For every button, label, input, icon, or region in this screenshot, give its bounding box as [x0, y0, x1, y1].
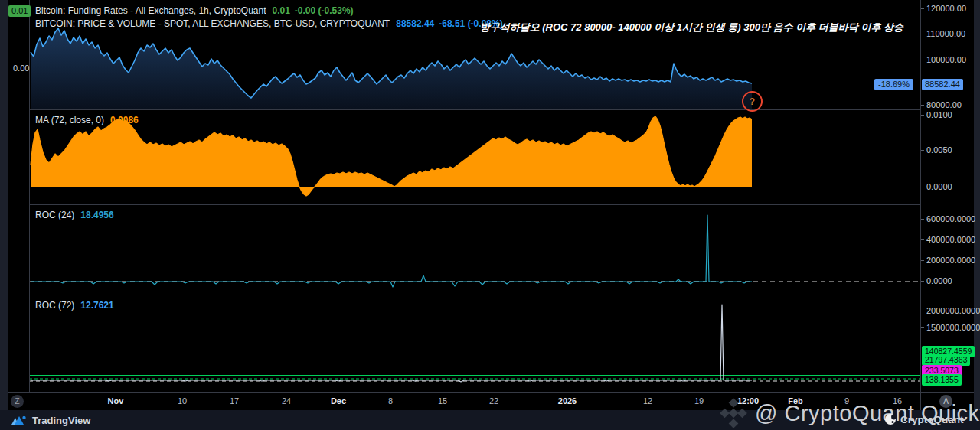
scroll-left-button[interactable]: Z: [11, 395, 24, 408]
roc24-pane-canvas[interactable]: [29, 204, 920, 295]
axis-tick-mark: [921, 115, 924, 116]
legend-funding-value: 0.01: [273, 5, 290, 16]
level-value-badge: 138.1355: [922, 374, 962, 386]
axis-tick-mark: [921, 327, 924, 328]
legend-ma-title: MA (72, close, 0): [35, 115, 104, 125]
price-area-fill: [31, 28, 752, 109]
axis-tick-label: 0.0050: [926, 145, 952, 155]
bottom-bar: TradingView: [0, 410, 980, 430]
axis-tick-label: 80000.00: [926, 100, 962, 109]
time-axis-label: 24: [282, 396, 291, 406]
plot-left-border: [29, 0, 30, 392]
legend-funding-change: -0.00 (-0.53%): [295, 5, 354, 16]
last-price-badge: 88582.44: [922, 79, 963, 90]
left-price-scale[interactable]: 0.01 0.00: [8, 0, 29, 392]
time-axis-label: 16: [893, 396, 902, 406]
time-axis-label: 8: [388, 396, 393, 406]
axis-tick-mark: [921, 187, 924, 187]
time-axis[interactable]: Z Nov101724Dec815222026121912:00Feb916: [8, 392, 920, 410]
legend-roc72-title: ROC (72): [35, 300, 74, 311]
legend-funding-rates[interactable]: Bitcoin: Funding Rates - All Exchanges, …: [35, 5, 354, 16]
legend-price-value: 88582.44: [396, 18, 434, 29]
axis-tick-mark: [921, 311, 924, 311]
axis-tick-mark: [921, 260, 924, 261]
ma-area-fill: [31, 116, 752, 196]
time-axis-label: 2026: [558, 396, 577, 406]
axis-tick-label: 1500000.0000: [926, 323, 980, 332]
ma-pane-canvas[interactable]: [29, 109, 920, 204]
legend-roc24[interactable]: ROC (24)18.4956: [35, 210, 114, 220]
legend-roc72-value: 12.7621: [80, 300, 113, 311]
right-price-scale[interactable]: 120000.00110000.00100000.0080000.000.010…: [920, 0, 974, 392]
time-axis-label: 22: [489, 396, 498, 406]
cryptoquant-logo-icon: [884, 413, 897, 425]
axis-tick-mark: [921, 105, 924, 106]
axis-tick-mark: [921, 219, 924, 220]
time-axis-label: 12: [643, 396, 652, 406]
axis-tick-mark: [921, 281, 924, 282]
cryptoquant-brand[interactable]: CryptoQuant: [884, 413, 964, 425]
tradingview-logo-icon: [11, 415, 27, 426]
left-axis-tick: 0.00: [13, 64, 29, 73]
roc72-series-line: [31, 305, 752, 382]
price-pane-canvas[interactable]: [29, 0, 920, 109]
legend-roc24-title: ROC (24): [35, 210, 74, 220]
time-axis-label: 9: [844, 396, 849, 406]
level-value-badge: 21797.4363: [922, 354, 970, 366]
tradingview-brand-link[interactable]: TradingView: [11, 415, 90, 426]
roc24-series-line: [31, 215, 752, 287]
question-circle-annotation[interactable]: ?: [742, 91, 763, 112]
axis-tick-label: 0.0000: [926, 182, 952, 191]
drawdown-pct-label: -18.69%: [874, 79, 913, 90]
time-axis-label: 19: [694, 396, 704, 406]
chart-root: 0.01 0.00 120000.00110000.00100000.00800…: [0, 0, 980, 430]
time-axis-label: 17: [230, 396, 239, 406]
time-axis-label: 15: [438, 396, 447, 406]
tradingview-label: TradingView: [32, 415, 90, 426]
right-edge-strip: [974, 0, 980, 410]
legend-roc24-value: 18.4956: [80, 210, 113, 220]
time-axis-label: Nov: [108, 396, 124, 406]
legend-roc72[interactable]: ROC (72)12.7621: [35, 300, 114, 311]
auto-scale-button[interactable]: A: [939, 395, 952, 408]
axis-tick-mark: [921, 239, 924, 240]
legend-funding-title: Bitcoin: Funding Rates - All Exchanges, …: [35, 5, 266, 16]
axis-tick-label: 120000.00: [926, 4, 966, 13]
funding-last-value-badge: 0.01: [8, 5, 31, 17]
time-axis-label: 10: [178, 396, 187, 406]
legend-ma[interactable]: MA (72, close, 0)0.0086: [35, 115, 139, 125]
axis-tick-mark: [921, 34, 924, 34]
cryptoquant-label: CryptoQuant: [900, 414, 964, 425]
axis-tick-label: 600000.0000: [926, 214, 975, 223]
axis-tick-label: 2000000.0000: [926, 306, 980, 315]
time-axis-label: Dec: [331, 396, 346, 406]
time-axis-label: 12:00: [737, 396, 759, 406]
legend-price-title: BITCOIN: PRICE & VOLUME - SPOT, ALL EXCH…: [35, 18, 390, 29]
axis-tick-label: 100000.00: [926, 55, 966, 64]
time-axis-label: Feb: [788, 396, 803, 406]
legend-ma-value: 0.0086: [110, 115, 139, 125]
axis-tick-label: 110000.00: [926, 29, 965, 38]
axis-tick-label: 0.0100: [926, 110, 952, 119]
axis-tick-mark: [921, 150, 924, 151]
time-axis-corner[interactable]: A: [920, 392, 974, 410]
axis-tick-mark: [921, 8, 924, 9]
korean-annotation-text[interactable]: 방구석하달오 (ROC 72 80000- 140000 이상 1시간 인생 롱…: [480, 21, 903, 34]
axis-tick-label: 200000.0000: [926, 256, 975, 265]
axis-tick-label: 400000.0000: [926, 235, 975, 244]
axis-tick-mark: [921, 60, 924, 60]
axis-tick-label: 0.0000: [926, 276, 952, 285]
left-toolbar-strip[interactable]: [0, 0, 8, 410]
question-mark: ?: [750, 96, 755, 107]
legend-price-volume[interactable]: BITCOIN: PRICE & VOLUME - SPOT, ALL EXCH…: [35, 18, 503, 29]
roc72-pane-canvas[interactable]: [29, 295, 920, 392]
